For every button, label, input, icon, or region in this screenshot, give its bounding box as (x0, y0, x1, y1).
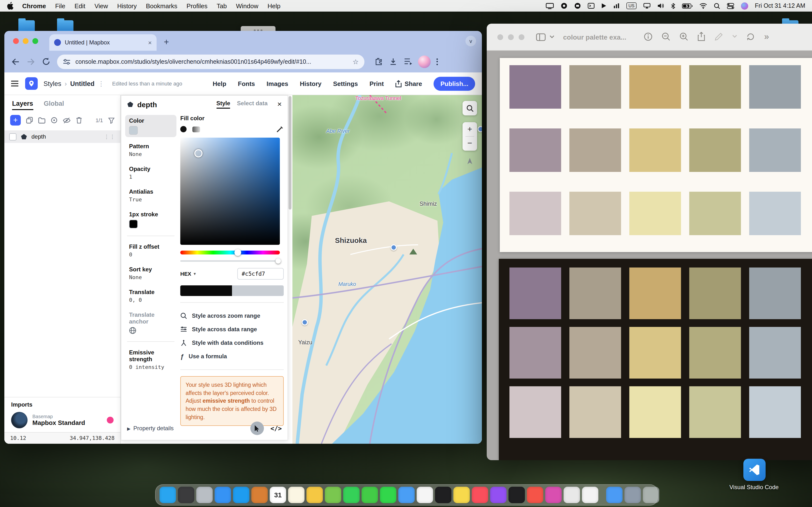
nav-menu-item[interactable]: Print (369, 80, 384, 87)
dock-icon-music[interactable] (472, 487, 488, 503)
prop-fill-z-offset[interactable]: Fill z offset 0 (125, 241, 176, 260)
dock-icon-trash[interactable] (643, 487, 659, 503)
map-canvas[interactable]: Tozurasawa Tunnel Abe River Shimiz Shizu… (292, 95, 482, 444)
bluetooth-icon[interactable] (671, 3, 675, 9)
opacity-slider-handle[interactable] (275, 258, 281, 264)
menubar-item[interactable]: File (55, 2, 65, 9)
reload-icon[interactable] (42, 57, 50, 66)
dock-icon-contacts[interactable] (306, 487, 323, 503)
nav-menu-item[interactable]: Settings (333, 80, 358, 87)
tab-close-icon[interactable]: × (148, 39, 152, 46)
record-menu-icon[interactable] (561, 2, 568, 9)
publish-button[interactable]: Publish... (434, 76, 475, 91)
cursor-mode-button[interactable] (250, 421, 264, 435)
dock-icon-safari[interactable] (215, 487, 231, 503)
menubar-item[interactable]: View (95, 2, 108, 9)
prop-antialias[interactable]: Antialias True (125, 186, 176, 205)
markup-chevron-icon[interactable] (732, 35, 737, 38)
tab-search-chevron-icon[interactable]: v (465, 36, 476, 46)
dock-icon-notes[interactable] (288, 487, 305, 503)
zoom-out-button[interactable]: − (467, 137, 472, 150)
control-center-icon[interactable] (727, 3, 734, 9)
saturation-brightness-picker[interactable] (180, 137, 280, 245)
keyboard-input-badge[interactable]: US (627, 2, 637, 9)
panel-tab-select-data[interactable]: Select data (237, 100, 268, 109)
mapbox-logo[interactable] (25, 77, 38, 90)
fullscreen-window-button[interactable] (33, 38, 38, 44)
hamburger-menu-icon[interactable] (11, 80, 18, 87)
dock-icon-maps[interactable] (325, 487, 341, 503)
dock-icon-photos[interactable] (417, 487, 433, 503)
tab-global[interactable]: Global (44, 100, 64, 110)
panel-tab-style[interactable]: Style (216, 100, 230, 109)
battery-icon[interactable] (682, 3, 693, 8)
nav-menu-item[interactable]: Help (213, 80, 226, 87)
markup-pen-icon[interactable] (714, 32, 723, 41)
dock-icon-files-stack[interactable] (624, 487, 641, 503)
dock-icon-stickies[interactable] (453, 487, 470, 503)
play-menu-icon[interactable] (602, 3, 607, 9)
share-icon[interactable] (698, 32, 705, 41)
hue-slider[interactable] (180, 250, 280, 255)
dock-icon-find-my[interactable] (343, 487, 360, 503)
solid-color-mode-icon[interactable] (180, 126, 187, 132)
reading-list-icon[interactable] (404, 58, 412, 65)
stats-menu-icon[interactable] (614, 3, 620, 9)
dock-icon-launchpad[interactable] (196, 487, 213, 503)
dock-icon-downloads-folder[interactable] (606, 487, 622, 503)
filter-funnel-icon[interactable] (108, 117, 114, 123)
basemap-import-row[interactable]: Basemap Mapbox Standard (11, 412, 114, 428)
dock-icon-chrome[interactable] (582, 487, 598, 503)
dock-icon-weather[interactable] (398, 487, 415, 503)
drag-handle-icon[interactable]: ⋮⋮ (104, 133, 115, 140)
site-settings-icon[interactable] (63, 58, 70, 65)
inspect-layer-icon[interactable] (51, 117, 57, 124)
style-across-zoom-range-button[interactable]: Style across zoom range (180, 309, 284, 323)
dock-icon-facetime[interactable] (380, 487, 396, 503)
prop-emissive-strength[interactable]: Emissive strength 0 intensity (125, 347, 176, 373)
layer-checkbox[interactable] (9, 133, 16, 140)
add-layer-button[interactable]: + (10, 115, 21, 125)
display-icon[interactable] (546, 3, 554, 9)
sidebar-toggle-icon[interactable] (536, 33, 546, 41)
basemap-status-dot[interactable] (107, 417, 114, 424)
nav-menu-item[interactable]: History (300, 80, 322, 87)
dock-icon-calendar[interactable]: 31 (270, 487, 286, 503)
dock-icon-podcasts[interactable] (490, 487, 507, 503)
airplay-icon[interactable] (643, 3, 651, 9)
hex-value-input[interactable] (237, 268, 284, 280)
browser-menu-kebab-icon[interactable] (437, 58, 438, 65)
profile-avatar[interactable] (418, 55, 430, 68)
rotate-icon[interactable] (746, 32, 755, 41)
menubar-item[interactable]: Profiles (187, 2, 208, 9)
menubar-clock[interactable]: Fri Oct 31 4:12 AM (755, 2, 805, 9)
siri-icon[interactable] (741, 2, 748, 9)
new-tab-button[interactable]: + (164, 37, 169, 47)
eyedropper-icon[interactable] (276, 125, 284, 133)
menubar-item[interactable]: Chrome (22, 2, 46, 9)
dock-icon-photo-booth[interactable] (178, 487, 194, 503)
nav-menu-item[interactable]: Images (266, 80, 288, 87)
minimize-window-button[interactable] (23, 38, 29, 44)
minimize-window-button[interactable] (508, 34, 514, 40)
forward-icon[interactable] (27, 58, 35, 65)
panel-close-icon[interactable]: × (277, 100, 282, 109)
style-with-data-conditions-button[interactable]: Style with data conditions (180, 336, 284, 350)
downloads-icon[interactable] (389, 57, 397, 66)
desktop-folder[interactable] (57, 20, 73, 32)
prop-translate-anchor[interactable]: Translate anchor (125, 309, 176, 337)
hue-slider-handle[interactable] (235, 249, 241, 256)
close-window-button[interactable] (13, 38, 19, 44)
url-text[interactable]: console.mapbox.com/studio/styles/oliverc… (75, 58, 349, 65)
dock-icon-tv[interactable] (508, 487, 525, 503)
menubar-item[interactable]: Help (267, 2, 281, 9)
prop-pattern[interactable]: Pattern None (125, 140, 176, 160)
dock-icon-activity[interactable] (564, 487, 580, 503)
dock-icon-mail[interactable] (233, 487, 249, 503)
dock-icon-finder[interactable] (159, 487, 176, 503)
menubar-item[interactable]: Window (236, 2, 259, 9)
volume-icon[interactable] (657, 3, 664, 9)
prop-opacity[interactable]: Opacity 1 (125, 163, 176, 182)
apple-menu-icon[interactable] (7, 2, 13, 10)
zoom-out-icon[interactable] (662, 32, 670, 41)
